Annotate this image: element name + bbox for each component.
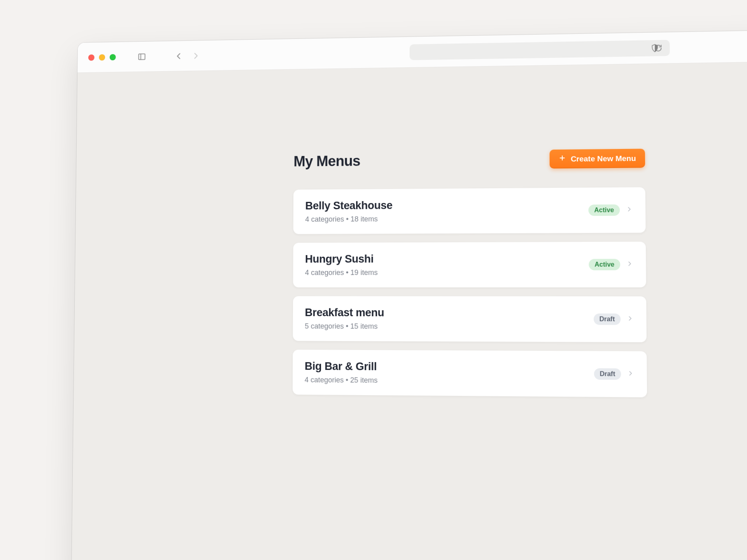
svg-rect-0 — [139, 54, 145, 60]
menu-card-info: Hungry Sushi4 categories • 19 items — [305, 252, 589, 277]
create-new-menu-button[interactable]: Create New Menu — [549, 149, 645, 168]
menu-card-subtitle: 4 categories • 19 items — [305, 268, 589, 277]
menu-card[interactable]: Big Bar & Grill4 categories • 25 itemsDr… — [293, 350, 647, 397]
menu-card-subtitle: 4 categories • 25 items — [305, 376, 594, 386]
menu-card-info: Big Bar & Grill4 categories • 25 items — [305, 360, 594, 386]
chevron-right-icon — [626, 315, 634, 324]
chevron-right-icon — [626, 260, 633, 269]
menu-card-right: Draft — [593, 313, 634, 325]
shield-icon — [649, 42, 661, 54]
status-badge: Active — [588, 205, 620, 216]
menu-card-info: Breakfast menu5 categories • 15 items — [305, 306, 593, 331]
create-button-label: Create New Menu — [571, 154, 636, 163]
status-badge: Draft — [594, 368, 621, 380]
nav-forward-icon[interactable] — [190, 50, 201, 61]
menu-card[interactable]: Belly Steakhouse4 categories • 18 itemsA… — [293, 187, 646, 234]
nav-back-icon[interactable] — [174, 51, 184, 61]
menu-card-title: Hungry Sushi — [305, 252, 589, 265]
plus-icon — [558, 154, 566, 164]
menu-card-right: Active — [588, 204, 633, 216]
close-window-button[interactable] — [88, 54, 95, 61]
status-badge: Draft — [593, 313, 621, 325]
menu-card-title: Breakfast menu — [305, 306, 594, 320]
chevron-right-icon — [627, 370, 634, 379]
window-controls — [88, 54, 116, 61]
status-badge: Active — [589, 259, 620, 270]
menu-card-info: Belly Steakhouse4 categories • 18 items — [305, 198, 588, 224]
sidebar-toggle-icon[interactable] — [137, 51, 147, 62]
maximize-window-button[interactable] — [110, 54, 116, 60]
browser-window: My Menus Create New Menu Belly Steakhous… — [71, 30, 747, 560]
menu-card-subtitle: 5 categories • 15 items — [305, 322, 593, 331]
menu-card-title: Big Bar & Grill — [305, 360, 594, 374]
page-title: My Menus — [293, 152, 360, 170]
menu-card-right: Active — [589, 259, 633, 270]
minimize-window-button[interactable] — [99, 54, 105, 60]
menu-list: Belly Steakhouse4 categories • 18 itemsA… — [293, 187, 647, 397]
menu-card[interactable]: Breakfast menu5 categories • 15 itemsDra… — [293, 296, 647, 342]
chevron-right-icon — [626, 206, 633, 215]
menu-card[interactable]: Hungry Sushi4 categories • 19 itemsActiv… — [293, 242, 646, 287]
menu-card-right: Draft — [594, 368, 634, 380]
address-bar[interactable] — [410, 40, 670, 60]
menu-card-title: Belly Steakhouse — [305, 198, 589, 212]
menu-card-subtitle: 4 categories • 18 items — [305, 214, 588, 224]
page-content: My Menus Create New Menu Belly Steakhous… — [71, 62, 747, 560]
